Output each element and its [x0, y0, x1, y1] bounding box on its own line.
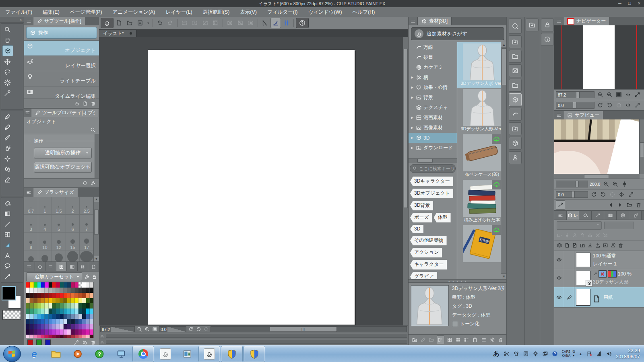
color-swatch[interactable]: [64, 303, 67, 309]
tray-shirt-icon[interactable]: [513, 350, 520, 357]
color-swatch[interactable]: [67, 298, 71, 303]
tree-item-背景[interactable]: ▶背景: [409, 93, 457, 103]
menu-item-2[interactable]: 編集(E): [37, 7, 65, 17]
transparent-color-swatch[interactable]: [2, 310, 21, 320]
color-swatch[interactable]: [82, 314, 86, 319]
taskbar-app-wmp[interactable]: [67, 346, 88, 362]
document-tab[interactable]: イラスト*: [99, 30, 136, 37]
tree-item-万線[interactable]: 万線: [409, 42, 457, 52]
dock-folder-close[interactable]: [509, 64, 522, 77]
menu-item-9[interactable]: ウィンドウ(W): [303, 7, 347, 17]
color-swatch[interactable]: [45, 319, 48, 324]
tool-text[interactable]: [2, 251, 12, 261]
brush-size-50[interactable]: 50: [80, 251, 94, 261]
tree-item-柄[interactable]: ▶柄: [409, 72, 457, 82]
color-swatch[interactable]: [26, 314, 30, 319]
color-swatch[interactable]: [64, 309, 67, 314]
panel-menu-icon[interactable]: [24, 17, 33, 25]
tool-auto-select[interactable]: [2, 78, 12, 88]
subview-horizontal-scrollbar[interactable]: [554, 174, 640, 179]
tree-horizontal-scrollbar[interactable]: [409, 158, 457, 163]
color-swatch[interactable]: [34, 329, 37, 335]
color-swatch[interactable]: [71, 335, 74, 338]
dock-folder-paste[interactable]: [526, 19, 539, 31]
tree-item-効果・心情[interactable]: ▶効果・心情: [409, 82, 457, 93]
panel-menu-icon[interactable]: [24, 109, 31, 117]
tab-stock[interactable]: [629, 211, 642, 220]
taskbar-app-listapp[interactable]: [177, 346, 198, 362]
color-swatch[interactable]: [60, 319, 64, 324]
taskbar-app-shield2[interactable]: [244, 346, 265, 362]
view-grid-button[interactable]: [446, 336, 453, 344]
navigator-reset-rotation-button[interactable]: [615, 101, 623, 109]
color-swatch[interactable]: [41, 282, 45, 288]
tree-item-画像素材[interactable]: ▶画像素材: [409, 123, 457, 133]
color-swatch[interactable]: [45, 314, 48, 319]
color-swatch[interactable]: [37, 324, 41, 329]
color-swatch[interactable]: [82, 298, 86, 303]
dock-folder-3d[interactable]: [509, 93, 522, 106]
tool-fill[interactable]: [2, 198, 12, 208]
main-color-swatch[interactable]: [2, 287, 15, 300]
color-swatch[interactable]: [56, 282, 60, 288]
color-swatch[interactable]: [86, 314, 90, 319]
subtool-panel-tab[interactable]: サブツール[操作]: [33, 17, 85, 25]
tone-checkbox[interactable]: [452, 321, 458, 327]
color-swatch[interactable]: [52, 335, 56, 338]
tree-item-砂目[interactable]: 砂目: [409, 52, 457, 62]
taskbar-app-shield[interactable]: [221, 346, 243, 362]
color-swatch[interactable]: [49, 282, 52, 288]
collapsed-bar-1[interactable]: [99, 333, 408, 339]
color-swatch[interactable]: [78, 314, 82, 319]
color-swatch[interactable]: [78, 303, 82, 309]
color-swatch[interactable]: [41, 309, 45, 314]
color-swatch[interactable]: [60, 314, 64, 319]
color-swatch[interactable]: [30, 329, 33, 335]
color-swatch[interactable]: [82, 329, 86, 335]
subtool-item-3[interactable]: ライトテーブル: [24, 71, 99, 86]
ime-mode-button[interactable]: あ: [493, 350, 499, 358]
zoom-in-icon[interactable]: [144, 327, 150, 332]
taskbar-app-helper[interactable]: ?: [89, 346, 110, 362]
menu-item-10[interactable]: ヘルプ(H): [347, 7, 380, 17]
color-swatch[interactable]: [90, 293, 93, 298]
color-swatch[interactable]: [30, 309, 33, 314]
color-swatch[interactable]: [45, 298, 48, 303]
navigator-fit-screen-button[interactable]: [633, 90, 642, 99]
material-item-3Dデッサン人形-Ver.2(男性[interactable]: 3Dデッサン人形-Ver.2(男性: [457, 42, 507, 88]
navigator-fit-button[interactable]: [615, 90, 623, 99]
brush-size-7[interactable]: 7: [80, 215, 94, 233]
brush-size-1[interactable]: 1: [38, 197, 52, 215]
color-swatch[interactable]: [56, 309, 60, 314]
layer-visibility-toggle[interactable]: [554, 251, 564, 269]
color-swatch[interactable]: [67, 335, 71, 338]
property-scrollbar[interactable]: [95, 134, 99, 178]
color-swatch[interactable]: [64, 329, 67, 335]
color-swatch[interactable]: [78, 319, 82, 324]
taskbar-app-clipstudio[interactable]: [155, 346, 176, 362]
navigator-rotate-cw-button[interactable]: [605, 101, 614, 109]
material-item-notebook[interactable]: 日本史: [457, 224, 507, 269]
navigator-reset-view-button[interactable]: [633, 101, 642, 109]
color-swatch[interactable]: [41, 314, 45, 319]
dock-folder-cube[interactable]: [509, 137, 522, 150]
transparent-area-dropdown[interactable]: 透明箇所の操作: [34, 148, 92, 158]
blend-mode-dropdown[interactable]: [557, 221, 602, 230]
color-swatch[interactable]: [37, 288, 41, 293]
color-swatch[interactable]: [34, 303, 37, 309]
dock-folder-download2[interactable]: [509, 122, 522, 135]
tool-operate[interactable]: [2, 45, 13, 56]
color-swatch[interactable]: [26, 329, 30, 335]
brush-size-8[interactable]: 8: [24, 233, 38, 251]
list-button[interactable]: [480, 336, 487, 344]
lock-button[interactable]: [580, 232, 585, 239]
material-tag-3Dオブジェクト[interactable]: 3Dオブジェクト: [410, 189, 453, 198]
color-swatch[interactable]: [34, 298, 37, 303]
tool-property-tab[interactable]: ツールプロパティ[オブジェクト]: [31, 109, 99, 117]
tool-figure[interactable]: [2, 219, 12, 229]
dock-folder-open[interactable]: [509, 50, 522, 63]
subview-next-button[interactable]: [616, 201, 624, 209]
color-swatch[interactable]: [75, 288, 78, 293]
tool-gradient[interactable]: [2, 209, 12, 219]
color-swatch[interactable]: [52, 282, 56, 288]
